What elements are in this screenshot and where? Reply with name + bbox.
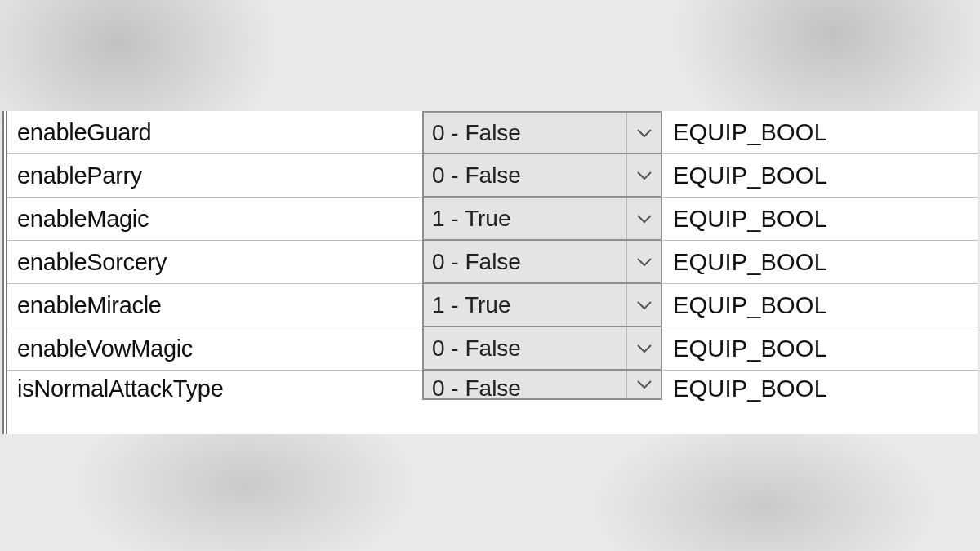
table-row: isNormalAttackType 0 - False EQUIP_BOOL	[7, 371, 978, 400]
dropdown-selected-text: 1 - True	[424, 198, 626, 239]
row-spacer	[956, 154, 978, 198]
row-spacer	[956, 327, 978, 371]
table-row: enableParry 0 - False EQUIP_BOOL	[7, 154, 978, 198]
chevron-down-icon[interactable]	[626, 154, 661, 196]
property-name: isNormalAttackType	[7, 371, 422, 400]
chevron-down-icon[interactable]	[626, 113, 661, 153]
property-name: enableParry	[7, 154, 422, 198]
chevron-down-icon[interactable]	[626, 327, 661, 369]
property-name: enableMiracle	[7, 284, 422, 327]
table-row: enableGuard 0 - False EQUIP_BOOL	[7, 111, 978, 154]
chevron-down-icon[interactable]	[626, 198, 661, 239]
chevron-down-icon[interactable]	[626, 371, 661, 398]
property-value-dropdown[interactable]: 0 - False	[422, 111, 662, 154]
table-row: enableMiracle 1 - True EQUIP_BOOL	[7, 284, 978, 327]
dropdown-selected-text: 0 - False	[424, 241, 626, 282]
dropdown-selected-text: 0 - False	[424, 371, 626, 398]
chevron-down-icon[interactable]	[626, 241, 661, 282]
row-spacer	[956, 284, 978, 327]
property-name: enableGuard	[7, 111, 422, 154]
chevron-down-icon[interactable]	[626, 284, 661, 326]
table-row: enableMagic 1 - True EQUIP_BOOL	[7, 198, 978, 241]
dropdown-selected-text: 0 - False	[424, 113, 626, 153]
property-value-dropdown[interactable]: 1 - True	[422, 282, 662, 327]
property-value-dropdown[interactable]: 0 - False	[422, 369, 662, 400]
property-type: EQUIP_BOOL	[662, 284, 956, 327]
table-row: enableVowMagic 0 - False EQUIP_BOOL	[7, 327, 978, 371]
table-row: enableSorcery 0 - False EQUIP_BOOL	[7, 241, 978, 284]
property-grid: enableGuard 0 - False EQUIP_BOOL enableP…	[2, 111, 978, 434]
property-name: enableVowMagic	[7, 327, 422, 371]
dropdown-selected-text: 0 - False	[424, 327, 626, 369]
property-type: EQUIP_BOOL	[662, 198, 956, 241]
property-name: enableSorcery	[7, 241, 422, 284]
property-name: enableMagic	[7, 198, 422, 241]
property-type: EQUIP_BOOL	[662, 371, 956, 400]
row-spacer	[956, 371, 978, 400]
row-spacer	[956, 111, 978, 154]
dropdown-selected-text: 1 - True	[424, 284, 626, 326]
property-value-dropdown[interactable]: 0 - False	[422, 153, 662, 198]
row-spacer	[956, 198, 978, 241]
property-type: EQUIP_BOOL	[662, 111, 956, 154]
property-type: EQUIP_BOOL	[662, 327, 956, 371]
dropdown-selected-text: 0 - False	[424, 154, 626, 196]
property-value-dropdown[interactable]: 1 - True	[422, 196, 662, 241]
row-spacer	[956, 241, 978, 284]
property-value-dropdown[interactable]: 0 - False	[422, 326, 662, 371]
property-type: EQUIP_BOOL	[662, 154, 956, 198]
property-type: EQUIP_BOOL	[662, 241, 956, 284]
property-value-dropdown[interactable]: 0 - False	[422, 239, 662, 284]
